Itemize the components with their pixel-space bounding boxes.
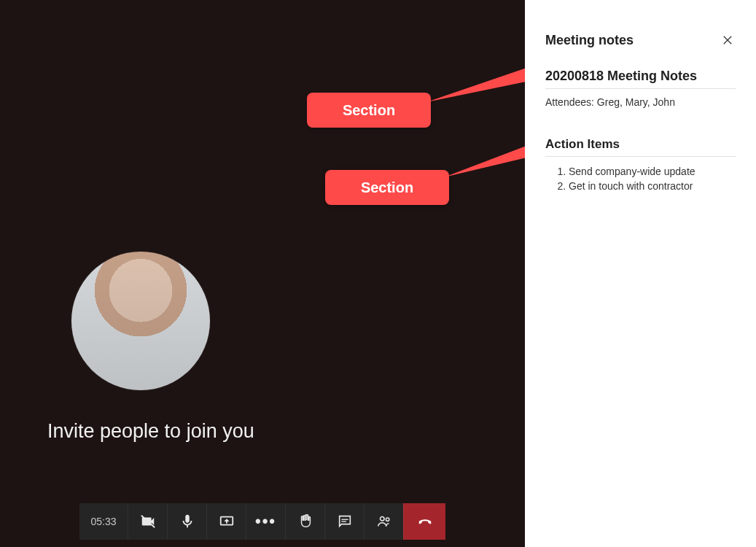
svg-point-6 bbox=[386, 518, 389, 521]
close-panel-button[interactable] bbox=[720, 32, 736, 48]
meeting-notes-panel: Meeting notes 20200818 Meeting Notes Att… bbox=[525, 0, 756, 547]
microphone-toggle-button[interactable] bbox=[167, 503, 206, 540]
chat-button[interactable] bbox=[324, 503, 364, 540]
action-item[interactable]: Get in touch with contractor bbox=[569, 180, 736, 192]
notes-section-title[interactable]: 20200818 Meeting Notes bbox=[545, 69, 736, 89]
more-actions-button[interactable]: ••• bbox=[246, 503, 285, 540]
invite-text: Invite people to join you bbox=[47, 420, 254, 443]
annotation-label: Section bbox=[343, 102, 395, 119]
ellipsis-icon: ••• bbox=[255, 512, 276, 531]
close-icon bbox=[722, 35, 733, 45]
share-screen-icon bbox=[219, 513, 235, 529]
microphone-icon bbox=[179, 513, 195, 529]
hang-up-icon bbox=[417, 513, 433, 529]
raise-hand-icon bbox=[297, 513, 313, 529]
annotation-label: Section bbox=[361, 179, 413, 196]
annotation-callout-2: Section bbox=[325, 170, 449, 205]
svg-point-5 bbox=[380, 517, 384, 521]
raise-hand-button[interactable] bbox=[285, 503, 324, 540]
svg-marker-0 bbox=[426, 66, 533, 102]
call-timer: 05:33 bbox=[79, 503, 128, 540]
meeting-stage: Invite people to join you Section Sectio… bbox=[0, 0, 525, 547]
share-screen-button[interactable] bbox=[206, 503, 246, 540]
action-items-title[interactable]: Action Items bbox=[545, 137, 736, 157]
chat-icon bbox=[337, 513, 353, 529]
action-items-list[interactable]: Send company-wide update Get in touch wi… bbox=[569, 166, 736, 192]
action-item[interactable]: Send company-wide update bbox=[569, 166, 736, 177]
panel-header: Meeting notes bbox=[545, 32, 736, 48]
panel-title: Meeting notes bbox=[545, 33, 634, 48]
hang-up-button[interactable] bbox=[403, 503, 445, 540]
attendees-line[interactable]: Attendees: Greg, Mary, John bbox=[545, 96, 736, 108]
meeting-control-bar: 05:33 ••• bbox=[79, 503, 445, 540]
people-icon bbox=[376, 513, 392, 529]
camera-off-icon bbox=[140, 513, 156, 529]
callout-pointer-1 bbox=[426, 66, 536, 109]
svg-marker-1 bbox=[444, 142, 536, 177]
participant-avatar bbox=[71, 252, 210, 390]
participants-button[interactable] bbox=[364, 503, 403, 540]
camera-toggle-button[interactable] bbox=[128, 503, 167, 540]
annotation-callout-1: Section bbox=[307, 93, 431, 128]
